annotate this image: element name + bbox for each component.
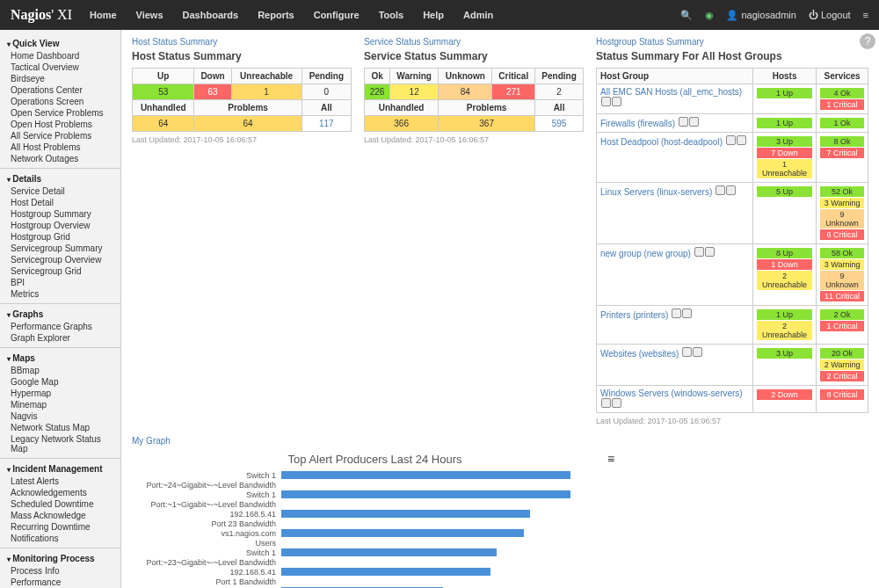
hg-row: Websites (websites) 3 Up20 Ok2 Warning2 …: [597, 345, 868, 386]
nav-dashboards[interactable]: Dashboards: [183, 10, 239, 20]
top-right: 🔍 ◉ 👤 nagiosadmin ⏻ Logout ≡: [680, 10, 868, 21]
hg-row: Printers (printers) 1 Up2 Unreachable2 O…: [597, 306, 868, 345]
sb-item[interactable]: All Service Problems: [7, 130, 113, 142]
sb-item[interactable]: Servicegroup Grid: [7, 265, 113, 277]
detail-icon[interactable]: [682, 309, 692, 318]
sb-item[interactable]: Acknowledgements: [7, 487, 113, 498]
hg-row: Linux Servers (linux-servers) 5 Up52 Ok3…: [597, 183, 868, 244]
sb-item[interactable]: Google Map: [7, 376, 113, 388]
nav-help[interactable]: Help: [423, 10, 444, 20]
grid-icon[interactable]: [694, 247, 704, 257]
sb-item[interactable]: Birdseye: [7, 73, 113, 84]
sb-item[interactable]: Hostgroup Overview: [7, 220, 113, 231]
sb-hdr-maps[interactable]: Maps: [7, 352, 113, 365]
top-bar: Nagios' XI HomeViewsDashboardsReportsCon…: [0, 0, 879, 30]
hg-row: Firewalls (firewalls) 1 Up1 Ok: [597, 114, 868, 133]
sb-hdr-monitor[interactable]: Monitoring Process: [7, 552, 113, 565]
sb-item[interactable]: Scheduled Downtime: [7, 498, 113, 510]
sb-item[interactable]: Operations Screen: [7, 96, 113, 107]
sb-item[interactable]: Notifications: [7, 533, 113, 544]
sb-item[interactable]: Latest Alerts: [7, 475, 113, 487]
svc-status-title: Service Status Summary: [364, 50, 584, 62]
grid-icon[interactable]: [601, 398, 611, 408]
hg-row: new group (new group) 8 Up1 Down2 Unreac…: [597, 244, 868, 306]
detail-icon[interactable]: [612, 97, 621, 106]
status-icon[interactable]: ◉: [705, 10, 714, 21]
detail-icon[interactable]: [726, 185, 736, 195]
sb-item[interactable]: All Host Problems: [7, 142, 113, 153]
sb-item[interactable]: Tactical Overview: [7, 62, 113, 73]
hg-status-link[interactable]: Hostgroup Status Summary: [596, 37, 704, 47]
sb-item[interactable]: Hostgroup Summary: [7, 208, 113, 220]
sb-item[interactable]: Legacy Network Status Map: [7, 433, 113, 454]
sb-item[interactable]: Servicegroup Summary: [7, 243, 113, 254]
nav-reports[interactable]: Reports: [258, 10, 294, 20]
sb-item[interactable]: Recurring Downtime: [7, 521, 113, 533]
alert-chart: Top Alert Producers Last 24 Hours ≡ Swit…: [132, 453, 618, 588]
main-content: ? Host Status Summary Host Status Summar…: [121, 30, 879, 588]
sb-item[interactable]: Home Dashboard: [7, 50, 113, 62]
detail-icon[interactable]: [705, 247, 715, 257]
sb-item[interactable]: Servicegroup Overview: [7, 254, 113, 265]
nav-home[interactable]: Home: [90, 10, 117, 20]
svc-status-link[interactable]: Service Status Summary: [364, 37, 461, 47]
sb-item[interactable]: Hostgroup Grid: [7, 231, 113, 243]
my-graph-link[interactable]: My Graph: [132, 436, 171, 446]
grid-icon[interactable]: [726, 135, 736, 145]
detail-icon[interactable]: [612, 398, 621, 408]
chart-title: Top Alert Producers Last 24 Hours: [132, 453, 618, 466]
search-icon[interactable]: 🔍: [680, 10, 693, 21]
sb-item[interactable]: Operations Center: [7, 84, 113, 96]
detail-icon[interactable]: [693, 347, 702, 357]
sb-item[interactable]: Nagvis: [7, 410, 113, 422]
sb-item[interactable]: Minemap: [7, 399, 113, 410]
sb-hdr-quickview[interactable]: Quick View: [7, 37, 113, 50]
sb-item[interactable]: Open Host Problems: [7, 119, 113, 130]
sb-hdr-details[interactable]: Details: [7, 172, 113, 185]
sb-item[interactable]: Performance: [7, 577, 113, 588]
grid-icon[interactable]: [682, 347, 692, 357]
logout-button[interactable]: ⏻ Logout: [809, 10, 851, 20]
hg-row: All EMC SAN Hosts (all_emc_hosts) 1 Up4 …: [597, 84, 868, 114]
nav-views[interactable]: Views: [136, 10, 163, 20]
sb-item[interactable]: Host Detail: [7, 197, 113, 208]
sb-item[interactable]: Mass Acknowledge: [7, 510, 113, 521]
sb-item[interactable]: BBmap: [7, 365, 113, 376]
grid-icon[interactable]: [672, 309, 681, 318]
detail-icon[interactable]: [689, 117, 699, 127]
sb-item[interactable]: Network Status Map: [7, 422, 113, 433]
grid-icon[interactable]: [716, 185, 725, 195]
nav-admin[interactable]: Admin: [463, 10, 493, 20]
nav-configure[interactable]: Configure: [314, 10, 360, 20]
svc-status-table: OkWarningUnknownCriticalPending 22612842…: [364, 68, 584, 132]
hg-row: Windows Servers (windows-servers) 2 Down…: [597, 386, 868, 413]
sb-item[interactable]: Network Outages: [7, 153, 113, 164]
sb-hdr-graphs[interactable]: Graphs: [7, 308, 113, 321]
hg-table: Host GroupHostsServices All EMC SAN Host…: [596, 68, 868, 413]
sidebar: Quick ViewHome DashboardTactical Overvie…: [0, 30, 121, 588]
sb-item[interactable]: Performance Graphs: [7, 321, 113, 332]
hg-row: Host Deadpool (host-deadpool) 3 Up7 Down…: [597, 133, 868, 183]
svc-updated: Last Updated: 2017-10-05 16:06:57: [364, 135, 584, 144]
nav-tools[interactable]: Tools: [379, 10, 404, 20]
sb-item[interactable]: Open Service Problems: [7, 107, 113, 119]
detail-icon[interactable]: [737, 135, 746, 145]
sb-item[interactable]: Hypermap: [7, 388, 113, 399]
hg-updated: Last Updated: 2017-10-05 16:06:57: [596, 417, 868, 425]
grid-icon[interactable]: [679, 117, 688, 127]
user-label[interactable]: 👤 nagiosadmin: [726, 10, 795, 21]
sb-item[interactable]: BPI: [7, 277, 113, 288]
top-nav: HomeViewsDashboardsReportsConfigureTools…: [90, 10, 680, 20]
sb-item[interactable]: Process Info: [7, 565, 113, 577]
help-icon[interactable]: ?: [860, 33, 875, 49]
grid-icon[interactable]: [601, 97, 611, 106]
chart-menu-icon[interactable]: ≡: [607, 452, 614, 466]
host-updated: Last Updated: 2017-10-05 16:06:57: [132, 135, 352, 144]
menu-icon[interactable]: ≡: [863, 10, 868, 20]
sb-item[interactable]: Service Detail: [7, 185, 113, 197]
sb-hdr-incident[interactable]: Incident Management: [7, 462, 113, 475]
logo: Nagios' XI: [11, 7, 72, 23]
host-status-link[interactable]: Host Status Summary: [132, 37, 217, 47]
sb-item[interactable]: Metrics: [7, 288, 113, 300]
sb-item[interactable]: Graph Explorer: [7, 332, 113, 344]
